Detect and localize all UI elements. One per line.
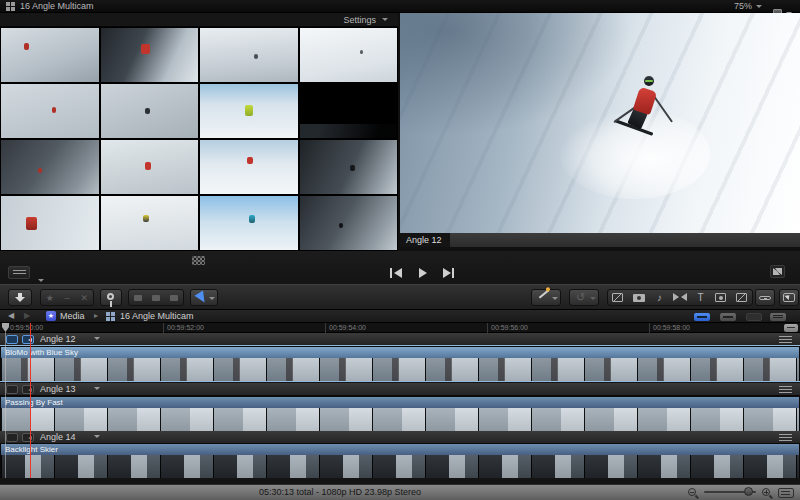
- angle-thumbnail-13[interactable]: [1, 196, 99, 250]
- grid-icon: [106, 312, 110, 316]
- angle-thumbnail-14[interactable]: [101, 196, 199, 250]
- timeline-handle[interactable]: [784, 324, 798, 332]
- timeline-ruler[interactable]: 0:59:50:00 00:59:52:00 00:59:54:00 00:59…: [0, 323, 800, 333]
- clip-filmstrip[interactable]: [1, 408, 799, 431]
- next-bar-icon: [452, 268, 454, 278]
- history-forward-button[interactable]: ▶: [24, 311, 30, 320]
- video-monitor-icon[interactable]: [6, 385, 18, 394]
- keyword-editor-button[interactable]: [100, 289, 122, 306]
- favorite-button[interactable]: ★: [41, 293, 58, 303]
- show-audio-button[interactable]: [720, 313, 736, 321]
- track-menu-icon[interactable]: [779, 336, 792, 343]
- transport-controls: [388, 266, 458, 280]
- chevron-down-icon[interactable]: [94, 337, 100, 343]
- audio-monitor-icon[interactable]: [22, 433, 34, 442]
- clip-passing-by-fast[interactable]: Passing By Fast: [0, 396, 800, 431]
- track-menu-icon[interactable]: [779, 386, 792, 393]
- angle-thumbnail-7[interactable]: [200, 84, 298, 138]
- breadcrumb-library[interactable]: Media: [60, 311, 85, 321]
- previous-frame-button[interactable]: [388, 266, 406, 279]
- reject-button[interactable]: ✕: [76, 293, 93, 303]
- zoom-out-icon[interactable]: [688, 488, 696, 496]
- monitor-out-icon: [759, 296, 771, 300]
- append-edit-button[interactable]: [170, 295, 178, 301]
- angle-grid-layout-icon[interactable]: [192, 256, 205, 265]
- track-angle-label[interactable]: Angle 13: [40, 384, 76, 394]
- clip-backlight-skier[interactable]: Backlight Skier: [0, 443, 800, 478]
- chevron-down-icon: [756, 5, 762, 11]
- clip-filmstrip[interactable]: [1, 358, 799, 381]
- timeline-header: ◀ ▶ ★ Media ▸ 16 Angle Multicam: [0, 310, 800, 323]
- chevron-down-icon[interactable]: [382, 18, 388, 24]
- clip-name: Backlight Skier: [1, 444, 799, 455]
- playhead-marker[interactable]: [2, 323, 9, 332]
- history-back-button[interactable]: ◀: [8, 311, 14, 320]
- import-media-button[interactable]: [8, 289, 32, 306]
- viewer-zoom-dropdown[interactable]: 75%: [734, 1, 762, 11]
- fullscreen-button[interactable]: [770, 265, 785, 278]
- chevron-down-icon: [209, 297, 215, 303]
- angle-thumbnail-3[interactable]: [200, 28, 298, 82]
- unrate-button[interactable]: –: [58, 293, 75, 303]
- angle-thumbnail-10[interactable]: [101, 140, 199, 194]
- next-frame-button[interactable]: [440, 266, 458, 279]
- settings-menu[interactable]: Settings: [343, 15, 376, 25]
- track-angle-label[interactable]: Angle 12: [40, 334, 76, 344]
- track-header-angle-13[interactable]: Angle 13: [0, 383, 800, 396]
- retime-dropdown[interactable]: ↺: [569, 289, 599, 306]
- angle-thumbnail-16[interactable]: [300, 196, 398, 250]
- ruler-label: 00:59:52:00: [167, 324, 204, 331]
- chevron-down-icon[interactable]: [94, 387, 100, 393]
- enhancements-dropdown[interactable]: [531, 289, 561, 306]
- playhead-line[interactable]: [5, 332, 6, 478]
- track-header-angle-12[interactable]: Angle 12: [0, 333, 800, 346]
- themes-browser-button[interactable]: [732, 289, 752, 306]
- generators-browser-button[interactable]: [711, 289, 731, 306]
- angle-thumbnail-1[interactable]: [1, 28, 99, 82]
- clip-appearance-button[interactable]: [778, 488, 794, 498]
- titles-browser-button[interactable]: T: [691, 289, 711, 306]
- audio-monitor-icon[interactable]: [22, 385, 34, 394]
- chevron-down-icon[interactable]: [94, 435, 100, 441]
- video-monitor-icon[interactable]: [6, 433, 18, 442]
- track-menu-icon[interactable]: [779, 434, 792, 441]
- zoom-slider-thumb[interactable]: [744, 487, 753, 496]
- angle-thumbnail-4[interactable]: [300, 28, 398, 82]
- angle-thumbnail-15[interactable]: [200, 196, 298, 250]
- angle-thumbnail-12[interactable]: [300, 140, 398, 194]
- angle-thumbnail-2[interactable]: [101, 28, 199, 82]
- effects-browser-button[interactable]: [608, 289, 628, 306]
- angle-thumbnail-6[interactable]: [101, 84, 199, 138]
- video-monitor-icon[interactable]: [6, 335, 18, 344]
- angle-av-switch-button[interactable]: [8, 266, 30, 279]
- music-browser-button[interactable]: ♪: [649, 289, 669, 306]
- external-monitor-button[interactable]: [755, 289, 775, 306]
- photos-browser-button[interactable]: [629, 289, 649, 306]
- clip-filmstrip[interactable]: [1, 455, 799, 478]
- skier-goggles: [645, 80, 653, 82]
- play-button[interactable]: [414, 266, 432, 279]
- share-button[interactable]: [779, 289, 799, 306]
- transitions-browser-button[interactable]: [670, 289, 690, 306]
- angle-thumbnail-5[interactable]: [1, 84, 99, 138]
- timeline-zoom-slider[interactable]: [704, 491, 756, 493]
- insert-edit-button[interactable]: [152, 295, 160, 301]
- angle-thumbnail-11[interactable]: [200, 140, 298, 194]
- breadcrumb-project[interactable]: 16 Angle Multicam: [120, 311, 194, 321]
- clip-blomo-with-blue-sky[interactable]: BloMo with Blue Sky: [0, 346, 800, 381]
- magic-wand-icon: [539, 289, 549, 298]
- angle-thumbnail-8[interactable]: [300, 84, 398, 138]
- connect-edit-button[interactable]: [134, 295, 142, 301]
- show-both-button[interactable]: [746, 313, 762, 321]
- show-video-button[interactable]: [694, 313, 710, 321]
- tool-select-dropdown[interactable]: [190, 289, 218, 306]
- zoom-in-icon[interactable]: [762, 488, 770, 496]
- angle-list-button[interactable]: [770, 313, 786, 321]
- clip-name: BloMo with Blue Sky: [1, 347, 799, 358]
- share-icon: [783, 293, 795, 302]
- ruler-label: 00:59:56:00: [491, 324, 528, 331]
- audio-monitor-icon[interactable]: [22, 335, 34, 344]
- angle-thumbnail-9[interactable]: [1, 140, 99, 194]
- angle-editor-tracks: Angle 12 BloMo with Blue Sky Angle 13 Pa…: [0, 333, 800, 484]
- track-angle-label[interactable]: Angle 14: [40, 432, 76, 442]
